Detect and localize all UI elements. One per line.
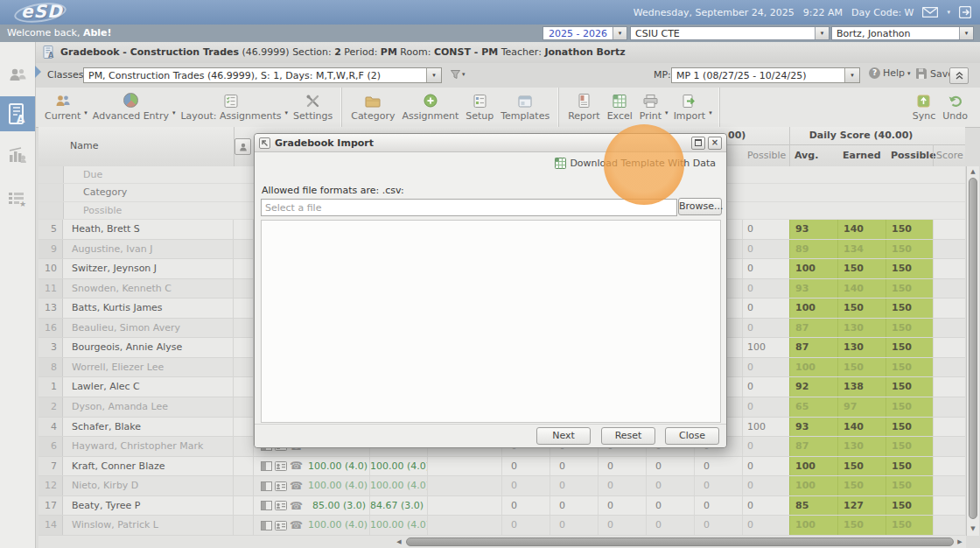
daily-score-cell[interactable]: 85.00 (3.0) bbox=[308, 496, 369, 516]
current-button[interactable]: Current bbox=[41, 90, 84, 125]
print-button[interactable]: Print bbox=[636, 90, 665, 125]
student-name[interactable]: Switzer, Jeynson J bbox=[63, 259, 234, 278]
name-column-header[interactable]: Name bbox=[70, 140, 98, 151]
reset-button[interactable]: Reset bbox=[601, 427, 655, 445]
phone-icon[interactable]: ☎ bbox=[290, 481, 303, 491]
building-dropdown[interactable]: CSIU CTE ▾ bbox=[630, 26, 830, 40]
vertical-scrollbar-thumb[interactable] bbox=[969, 178, 977, 519]
excel-button[interactable]: Excel bbox=[604, 90, 636, 125]
score-cell[interactable] bbox=[933, 397, 965, 417]
student-name[interactable]: Nieto, Kirby D bbox=[63, 476, 234, 495]
chevron-down-icon[interactable]: ▾ bbox=[612, 27, 626, 39]
assignment-grade-cell[interactable]: 0 bbox=[550, 516, 598, 535]
daily-score-cell[interactable]: 100.00 (4.0) bbox=[369, 476, 427, 495]
score-cell[interactable] bbox=[933, 377, 965, 397]
report-button[interactable]: Report bbox=[564, 90, 603, 125]
student-name[interactable]: Schafer, Blake bbox=[63, 418, 234, 437]
earned-column-header[interactable]: Earned bbox=[843, 150, 881, 161]
score-cell[interactable] bbox=[933, 358, 965, 377]
scroll-left-arrow[interactable]: ◀ bbox=[394, 537, 404, 547]
daily-score-cell[interactable]: 100.00 (4.0) bbox=[308, 457, 369, 476]
student-name[interactable]: Dyson, Amanda Lee bbox=[63, 397, 234, 417]
score-cell[interactable] bbox=[933, 279, 965, 299]
chevron-down-icon[interactable]: ▾ bbox=[959, 27, 973, 39]
assignment-grade-cell[interactable]: 0 bbox=[550, 457, 598, 476]
student-name[interactable]: Kraft, Conner Blaze bbox=[63, 457, 234, 476]
possible-column-header[interactable]: Possible bbox=[747, 150, 786, 161]
possible2-column-header[interactable]: Possible bbox=[891, 150, 936, 161]
sync-button[interactable]: Sync bbox=[909, 90, 940, 125]
scroll-down-arrow[interactable]: ▼ bbox=[967, 523, 979, 534]
score-cell[interactable] bbox=[933, 319, 965, 338]
assignment-grade-cell[interactable]: 0 bbox=[694, 476, 742, 495]
templates-button[interactable]: Templates bbox=[497, 90, 553, 125]
sidebar-item-analytics[interactable] bbox=[0, 138, 35, 172]
advanced-entry-button[interactable]: Advanced Entry bbox=[89, 90, 172, 125]
help-button[interactable]: ? Help ▾ bbox=[869, 67, 911, 79]
close-dialog-button[interactable]: × bbox=[708, 137, 722, 150]
score-cell[interactable] bbox=[933, 437, 965, 456]
score-cell[interactable] bbox=[933, 220, 965, 239]
mail-icon[interactable] bbox=[922, 7, 938, 18]
category-button[interactable]: Category bbox=[347, 90, 398, 125]
assignment-grade-cell[interactable]: 0 bbox=[598, 496, 646, 516]
marking-period-dropdown[interactable]: MP 1 (08/27/25 - 10/24/25) ▾ bbox=[671, 67, 860, 83]
daily-score-cell[interactable]: 100.00 (4.0) bbox=[308, 516, 369, 535]
assignment-grade-cell[interactable]: 0 bbox=[598, 476, 646, 495]
student-name[interactable]: Lawler, Alec C bbox=[63, 377, 234, 397]
score-cell[interactable] bbox=[933, 457, 965, 476]
student-name[interactable]: Hayward, Christopher Mark bbox=[63, 437, 234, 456]
daily-score-cell[interactable]: 100.00 (4.0) bbox=[369, 516, 427, 535]
assignment-grade-cell[interactable]: 0 bbox=[501, 457, 550, 476]
assignment-grade-cell[interactable]: 0 bbox=[694, 516, 742, 535]
daily-score-cell[interactable]: 100.00 (4.0) bbox=[308, 476, 369, 495]
save-button[interactable]: Save bbox=[915, 67, 954, 80]
student-name[interactable]: Heath, Brett S bbox=[63, 220, 234, 239]
assignment-grade-cell[interactable]: 0 bbox=[646, 457, 694, 476]
student-id-icon[interactable] bbox=[275, 501, 287, 510]
sidebar-item-gradebook[interactable]: A bbox=[0, 96, 35, 131]
score-cell[interactable] bbox=[933, 299, 965, 318]
student-name[interactable]: Snowden, Kenneth C bbox=[63, 279, 234, 299]
chevron-down-icon[interactable]: ▾ bbox=[815, 27, 829, 39]
assignment-grade-cell[interactable]: 0 bbox=[501, 496, 550, 516]
close-button[interactable]: Close bbox=[665, 427, 719, 445]
assignment-grade-cell[interactable]: 0 bbox=[550, 496, 598, 516]
horizontal-scrollbar-thumb[interactable] bbox=[406, 537, 954, 546]
assignment-grade-cell[interactable]: 0 bbox=[646, 476, 694, 495]
score-cell[interactable] bbox=[933, 418, 965, 437]
student-name[interactable]: Winslow, Patrick L bbox=[63, 516, 234, 535]
browse-button[interactable]: Browse... bbox=[678, 198, 722, 215]
assignment-grade-cell[interactable]: 0 bbox=[694, 457, 742, 476]
collapse-panel-button[interactable] bbox=[949, 67, 969, 84]
assignment-grade-cell[interactable]: 0 bbox=[598, 516, 646, 535]
logout-icon[interactable] bbox=[959, 6, 971, 18]
settings-button[interactable]: Settings bbox=[290, 90, 336, 125]
scroll-right-arrow[interactable]: ▶ bbox=[955, 537, 965, 547]
sidebar-item-students[interactable] bbox=[0, 58, 35, 91]
import-caret-icon[interactable]: ▾ bbox=[709, 99, 712, 116]
phone-icon[interactable]: ☎ bbox=[290, 501, 303, 511]
assignment-grade-cell[interactable]: 0 bbox=[501, 516, 550, 535]
maximize-button[interactable] bbox=[691, 137, 705, 150]
score-column-header[interactable]: Score bbox=[936, 150, 963, 161]
daily-score-cell[interactable]: 100.00 (4.0) bbox=[369, 457, 427, 476]
student-info-toggle-button[interactable] bbox=[234, 138, 251, 155]
daily-score-cell[interactable]: 84.67 (3.0) bbox=[369, 496, 427, 516]
student-id-icon[interactable] bbox=[275, 461, 287, 471]
teacher-dropdown[interactable]: Bortz, Jonathon ▾ bbox=[831, 26, 974, 40]
undo-button[interactable]: Undo bbox=[939, 90, 971, 125]
layout-button[interactable]: Layout: Assignments bbox=[177, 90, 284, 125]
mail-caret-icon[interactable]: ▾ bbox=[947, 9, 950, 16]
student-id-icon[interactable] bbox=[275, 481, 287, 491]
assignment-button[interactable]: Assignment bbox=[398, 90, 462, 125]
student-name[interactable]: Worrell, Eliezer Lee bbox=[63, 358, 234, 377]
seating-chart-icon[interactable] bbox=[261, 481, 272, 491]
current-caret-icon[interactable]: ▾ bbox=[84, 99, 88, 116]
download-template-link[interactable]: Download Template With Data bbox=[555, 158, 716, 169]
assignment-grade-cell[interactable]: 0 bbox=[694, 496, 742, 516]
assignment-grade-cell[interactable]: 0 bbox=[550, 476, 598, 495]
student-name[interactable]: Beaty, Tyree P bbox=[63, 496, 234, 516]
file-select-input[interactable] bbox=[261, 199, 677, 216]
score-cell[interactable] bbox=[933, 259, 965, 278]
